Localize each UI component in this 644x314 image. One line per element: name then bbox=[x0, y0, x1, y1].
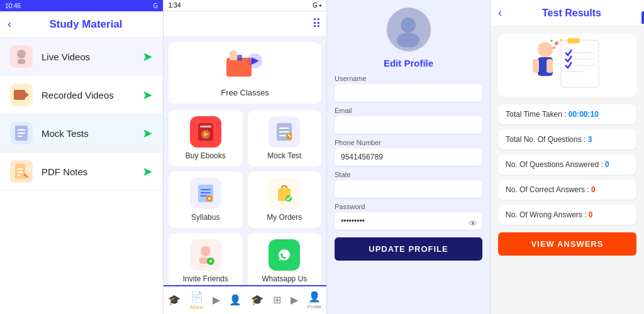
invite-friends-card[interactable]: Invite Friends bbox=[169, 233, 243, 285]
result-correct-label: No. Of Correct Answers : bbox=[506, 185, 589, 194]
result-answered-label: No. Of Questions Answered : bbox=[506, 160, 603, 169]
panel2-topbar: ⠿ bbox=[164, 11, 326, 37]
free-classes-illustration bbox=[223, 48, 267, 85]
buy-ebooks-card[interactable]: Buy Ebooks bbox=[169, 110, 243, 166]
result-time-value: 00:00:10 bbox=[569, 110, 599, 119]
recorded-videos-arrow: ➤ bbox=[142, 87, 153, 102]
my-orders-card[interactable]: My Orders bbox=[248, 171, 322, 228]
nav-home[interactable]: 🎓 bbox=[168, 294, 180, 307]
menu-item-recorded-videos[interactable]: Recorded Videos ➤ bbox=[0, 76, 163, 114]
svg-rect-2 bbox=[14, 90, 25, 100]
view-answers-button[interactable]: VIEW ANSWERS bbox=[498, 232, 636, 256]
nav-recorded[interactable]: ▶ bbox=[291, 294, 298, 307]
mock-tests-label: Mock Tests bbox=[42, 128, 142, 139]
avatar bbox=[387, 8, 431, 51]
result-answered-card: No. Of Questions Answered : 0 bbox=[498, 154, 636, 175]
mock-tests-arrow: ➤ bbox=[142, 126, 153, 141]
password-label: Password bbox=[335, 203, 482, 210]
svg-point-52 bbox=[538, 42, 553, 57]
avatar-section bbox=[335, 8, 482, 51]
svg-rect-47 bbox=[567, 38, 580, 43]
svg-point-58 bbox=[550, 40, 553, 42]
password-row: 👁 bbox=[335, 212, 482, 235]
nav-courses[interactable]: 🎓 bbox=[251, 294, 264, 307]
mock-test-label: Mock Test bbox=[267, 151, 301, 160]
result-wrong-card: No. Of Wrong Answers : 0 bbox=[498, 205, 636, 225]
svg-marker-3 bbox=[25, 92, 29, 98]
nav-videos[interactable]: ▶ bbox=[213, 294, 220, 307]
panel-app-grid: 1:34 G ▪ ⠿ Free Classes bbox=[164, 0, 327, 314]
result-questions-label: Total No. Of Questions : bbox=[506, 135, 586, 144]
svg-point-57 bbox=[560, 39, 562, 41]
free-classes-card[interactable]: Free Classes bbox=[169, 42, 321, 104]
home-icon: 🎓 bbox=[168, 294, 180, 306]
svg-rect-54 bbox=[533, 59, 539, 73]
grid-view-icon[interactable]: ⠿ bbox=[312, 16, 321, 31]
status-time-2: 1:34 bbox=[169, 2, 180, 9]
update-profile-button[interactable]: UPDATE PROFILE bbox=[335, 237, 482, 261]
svg-rect-20 bbox=[200, 126, 211, 127]
recorded-nav-icon: ▶ bbox=[291, 294, 298, 306]
syllabus-icon bbox=[190, 178, 221, 209]
status-time-1: 10:46 bbox=[5, 3, 21, 9]
statusbar-1: 10:46 G bbox=[0, 0, 163, 11]
phone-input[interactable] bbox=[335, 148, 482, 166]
buy-ebooks-label: Buy Ebooks bbox=[186, 151, 226, 160]
mock-test-card[interactable]: Mock Test bbox=[248, 110, 322, 166]
invite-friends-label: Invite Friends bbox=[183, 274, 228, 283]
profile-nav-icon: 👤 bbox=[229, 294, 242, 306]
panel2-scroll: Free Classes Buy Ebooks bbox=[164, 37, 326, 285]
mock-test-icon bbox=[269, 116, 300, 148]
menu-item-pdf-notes[interactable]: PDF Notes ➤ bbox=[0, 153, 163, 191]
buy-ebooks-icon bbox=[190, 116, 221, 148]
status-icons-1: G bbox=[153, 3, 158, 9]
statusbar-2: 1:34 G ▪ bbox=[164, 0, 326, 11]
whatsapp-us-card[interactable]: Whatsapp Us bbox=[248, 233, 322, 285]
recorded-videos-icon bbox=[10, 84, 33, 106]
result-questions-card: Total No. Of Questions : 3 bbox=[498, 129, 636, 149]
panel-edit-profile: Edit Profile Username Email Phone Number… bbox=[327, 0, 491, 314]
syllabus-card[interactable]: Syllabus bbox=[169, 171, 243, 228]
nav-grid[interactable]: ⊞ bbox=[273, 294, 281, 307]
result-wrong-value: 0 bbox=[589, 210, 593, 219]
mock-tests-icon bbox=[10, 122, 33, 144]
username-input[interactable] bbox=[335, 84, 482, 102]
panel1-title: Study Material bbox=[16, 18, 155, 31]
email-input[interactable] bbox=[335, 116, 482, 134]
nav-profile-btn[interactable]: 👤 bbox=[229, 294, 242, 307]
panel4-header: ‹ Test Results bbox=[491, 0, 644, 26]
courses-icon: 🎓 bbox=[251, 294, 264, 306]
result-correct-value: 0 bbox=[591, 185, 596, 194]
invite-friends-icon bbox=[190, 239, 221, 271]
pdf-notes-arrow: ➤ bbox=[142, 164, 153, 179]
menu-item-live-videos[interactable]: Live Videos ➤ bbox=[0, 38, 163, 76]
svg-point-38 bbox=[201, 246, 211, 256]
eye-icon[interactable]: 👁 bbox=[469, 219, 477, 229]
menu-item-mock-tests[interactable]: Mock Tests ➤ bbox=[0, 114, 163, 153]
phone-label: Phone Number bbox=[335, 139, 482, 146]
svg-rect-59 bbox=[552, 46, 555, 49]
pdf-notes-label: PDF Notes bbox=[42, 166, 142, 177]
result-correct-card: No. Of Correct Answers : 0 bbox=[498, 180, 636, 200]
recorded-videos-label: Recorded Videos bbox=[42, 90, 142, 100]
password-input[interactable] bbox=[335, 212, 482, 230]
result-time-card: Total Time Taken : 00:00:10 bbox=[498, 104, 636, 124]
status-icons-2: G ▪ bbox=[313, 2, 321, 9]
grid-nav-icon: ⊞ bbox=[273, 294, 281, 306]
panel2-navbar: 🎓 📄 More ▶ 👤 🎓 ⊞ ▶ 👤 Profile bbox=[164, 285, 326, 314]
whatsapp-us-label: Whatsapp Us bbox=[262, 274, 307, 283]
panel-test-results: ‹ Test Results bbox=[491, 0, 644, 314]
syllabus-label: Syllabus bbox=[191, 213, 219, 222]
nav-more[interactable]: 📄 More bbox=[190, 291, 203, 310]
nav-profile-tab[interactable]: 👤 Profile bbox=[308, 291, 322, 310]
profile-tab-label: Profile bbox=[308, 304, 322, 310]
back-button-4[interactable]: ‹ bbox=[498, 6, 502, 19]
back-button-1[interactable]: ‹ bbox=[8, 18, 11, 31]
my-orders-label: My Orders bbox=[267, 213, 302, 222]
result-answered-value: 0 bbox=[605, 160, 609, 169]
panel3-scroll: Edit Profile Username Email Phone Number… bbox=[327, 0, 490, 314]
my-orders-icon bbox=[269, 178, 300, 209]
state-input[interactable] bbox=[335, 180, 482, 198]
svg-point-15 bbox=[230, 50, 236, 57]
username-label: Username bbox=[335, 75, 482, 82]
